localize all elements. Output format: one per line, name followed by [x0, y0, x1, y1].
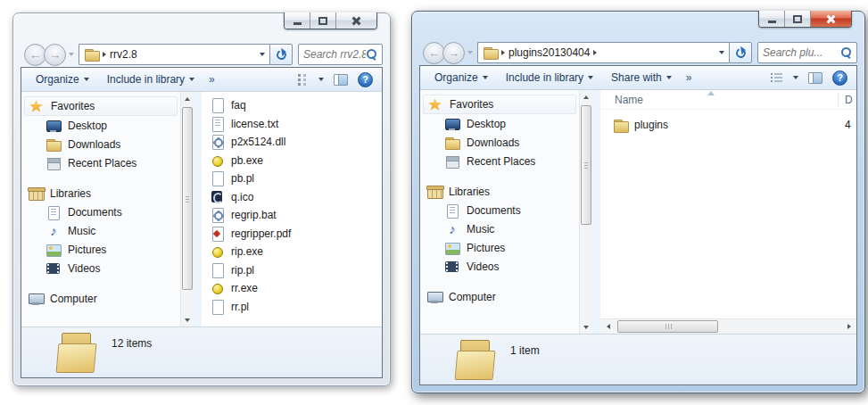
- scroll-up-button[interactable]: [580, 90, 592, 103]
- sidebar-item-desktop[interactable]: Desktop: [420, 114, 579, 133]
- pane-splitter[interactable]: [592, 90, 600, 334]
- column-header-partial[interactable]: D: [845, 94, 853, 106]
- forward-button[interactable]: →: [442, 42, 465, 64]
- column-header-name[interactable]: Name: [600, 94, 643, 106]
- file-row[interactable]: rip.exe: [202, 243, 382, 261]
- scrollbar-track[interactable]: [616, 319, 841, 334]
- chevron-down-icon: [483, 76, 488, 79]
- scroll-up-button[interactable]: [181, 92, 194, 105]
- address-dropdown-icon[interactable]: [719, 51, 724, 54]
- close-button[interactable]: [811, 11, 851, 27]
- breadcrumb-arrow-icon[interactable]: [103, 52, 106, 57]
- search-box[interactable]: [757, 42, 857, 63]
- sidebar-item-music[interactable]: ♪Music: [420, 219, 579, 238]
- file-row[interactable]: rip.pl: [202, 261, 382, 280]
- recent-pages-dropdown-icon[interactable]: [69, 53, 74, 56]
- sidebar-item-libraries[interactable]: Libraries: [21, 184, 180, 202]
- sidebar-item-documents[interactable]: Documents: [420, 201, 579, 219]
- close-button[interactable]: [336, 12, 376, 29]
- breadcrumb[interactable]: rrv2.8: [110, 48, 137, 61]
- views-dropdown-icon[interactable]: [318, 78, 324, 81]
- close-icon: [351, 16, 361, 26]
- main-area: Favorites Desktop Downloads Recent Place…: [420, 90, 856, 334]
- search-input[interactable]: [303, 48, 366, 61]
- scrollbar-thumb[interactable]: [182, 107, 193, 290]
- address-bar[interactable]: plugins20130404: [477, 42, 729, 63]
- sidebar-item-documents[interactable]: Documents: [21, 202, 180, 221]
- refresh-button[interactable]: [269, 44, 293, 65]
- breadcrumb-arrow-icon[interactable]: [501, 50, 505, 55]
- address-bar[interactable]: rrv2.8: [79, 44, 269, 65]
- maximize-button[interactable]: [310, 12, 336, 29]
- file-row[interactable]: plugins 4: [600, 115, 856, 135]
- help-icon[interactable]: ?: [832, 70, 847, 86]
- minimize-button[interactable]: [285, 12, 310, 29]
- sidebar-item-label: Downloads: [467, 136, 519, 149]
- minimize-button[interactable]: [759, 11, 785, 27]
- toolbar-overflow-button[interactable]: »: [681, 71, 698, 84]
- sidebar-item-recent-places[interactable]: Recent Places: [21, 153, 180, 172]
- sidebar-item-favorites[interactable]: Favorites: [423, 95, 576, 114]
- sidebar-item-computer[interactable]: Computer: [420, 287, 579, 306]
- title-bar[interactable]: [21, 13, 383, 42]
- search-box[interactable]: [298, 44, 383, 65]
- sidebar-item-videos[interactable]: Videos: [21, 259, 180, 277]
- sidebar-item-libraries[interactable]: Libraries: [420, 182, 579, 201]
- preview-pane-icon[interactable]: [334, 74, 348, 86]
- file-row[interactable]: rr.exe: [202, 279, 382, 298]
- toolbar-overflow-button[interactable]: »: [203, 73, 220, 86]
- scroll-down-button[interactable]: [580, 320, 592, 334]
- sidebar-item-videos[interactable]: Videos: [420, 257, 579, 276]
- list-view-icon[interactable]: [771, 72, 783, 83]
- file-row[interactable]: pb.pl: [202, 169, 382, 188]
- sidebar-item-computer[interactable]: Computer: [21, 289, 180, 308]
- preview-pane-icon[interactable]: [808, 72, 823, 84]
- organize-menu[interactable]: Organize: [426, 66, 497, 89]
- breadcrumb[interactable]: plugins20130404: [508, 46, 590, 59]
- scroll-down-button[interactable]: [181, 313, 194, 326]
- file-row[interactable]: p2x5124.dll: [202, 133, 382, 152]
- sidebar-item-music[interactable]: ♪Music: [21, 221, 180, 240]
- sidebar-item-favorites[interactable]: Favorites: [24, 96, 178, 116]
- sidebar-item-recent-places[interactable]: Recent Places: [420, 152, 579, 170]
- file-row[interactable]: regrip.bat: [202, 206, 382, 225]
- sidebar-item-pictures[interactable]: Pictures: [21, 240, 180, 259]
- include-in-library-menu[interactable]: Include in library: [497, 66, 602, 89]
- file-row[interactable]: pb.exe: [202, 152, 382, 170]
- views-dropdown-icon[interactable]: [793, 76, 798, 79]
- file-row[interactable]: q.ico: [202, 188, 382, 207]
- sidebar-item-pictures[interactable]: Pictures: [420, 238, 579, 257]
- scrollbar-track[interactable]: [181, 105, 194, 313]
- column-separator[interactable]: [838, 93, 839, 106]
- scrollbar-thumb[interactable]: [581, 105, 591, 225]
- file-row[interactable]: regripper.pdf: [202, 225, 382, 244]
- search-input[interactable]: [763, 46, 840, 59]
- maximize-button[interactable]: [785, 11, 811, 27]
- scroll-left-button[interactable]: [600, 319, 616, 335]
- include-in-library-menu[interactable]: Include in library: [98, 68, 203, 91]
- scrollbar-track[interactable]: [580, 103, 592, 320]
- scroll-right-button[interactable]: [841, 319, 856, 335]
- breadcrumb-arrow-icon[interactable]: [593, 50, 597, 55]
- title-bar[interactable]: [419, 12, 857, 40]
- status-bar: 12 items: [21, 326, 382, 377]
- horizontal-scrollbar[interactable]: [600, 318, 856, 334]
- sidebar-item-desktop[interactable]: Desktop: [21, 116, 180, 135]
- sidebar-item-downloads[interactable]: Downloads: [420, 133, 579, 152]
- forward-button[interactable]: →: [44, 44, 66, 66]
- share-with-menu[interactable]: Share with: [602, 66, 681, 89]
- file-row[interactable]: license.txt: [202, 115, 382, 134]
- sidebar-item-downloads[interactable]: Downloads: [21, 135, 180, 153]
- sidebar-scrollbar[interactable]: [579, 90, 592, 334]
- file-row[interactable]: faq: [202, 96, 382, 115]
- tiles-view-icon[interactable]: [297, 74, 309, 86]
- scrollbar-thumb[interactable]: [617, 320, 718, 333]
- recent-pages-dropdown-icon[interactable]: [467, 51, 473, 54]
- file-row[interactable]: rr.pl: [202, 298, 382, 317]
- pane-splitter[interactable]: [194, 92, 202, 326]
- sidebar-scrollbar[interactable]: [180, 92, 194, 326]
- address-dropdown-icon[interactable]: [260, 53, 265, 56]
- refresh-button[interactable]: [729, 42, 752, 63]
- help-icon[interactable]: ?: [358, 72, 373, 87]
- organize-menu[interactable]: Organize: [27, 68, 98, 91]
